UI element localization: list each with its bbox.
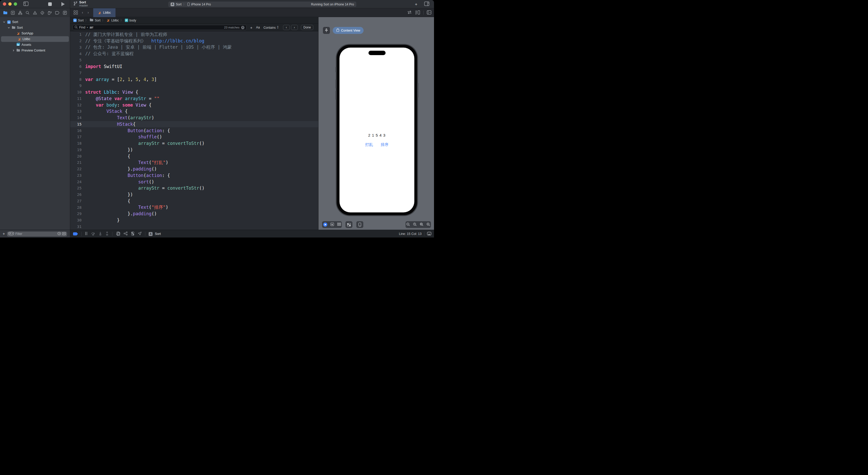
code-line-11[interactable]: 11 @State var arrayStr = "" [70,96,318,102]
code-line-15[interactable]: 15 HStack{ [70,121,318,128]
sidebar-item-sortapp[interactable]: SortApp [0,31,70,36]
code-line-5[interactable]: 5 [70,57,318,63]
code-line-30[interactable]: 30 } [70,217,318,224]
search-query[interactable]: arr [90,26,93,29]
recent-files-icon[interactable] [58,232,61,236]
breadcrumb-item-sort[interactable]: ASort [73,19,84,22]
code-line-18[interactable]: 18 arrayStr = convertToStr() [70,140,318,147]
sidebar-item-lblbc[interactable]: Lblbc [1,36,69,42]
toggle-left-sidebar-icon[interactable] [23,2,29,7]
simulate-location-icon[interactable] [138,232,142,236]
code-line-31[interactable]: 31 [70,224,318,230]
preview-target-pill[interactable]: Content View [333,27,364,34]
add-find-criteria-button[interactable]: + [250,25,252,30]
code-review-icon[interactable] [407,10,412,15]
code-line-9[interactable]: 9 [70,82,318,89]
disclosure-chevron-icon[interactable] [12,49,15,52]
zoom-100-icon[interactable] [413,223,417,227]
debug-navigator-icon[interactable] [48,11,52,15]
code-line-1[interactable]: 1// 厦门大学计算机专业 | 前华为工程师 [70,31,318,38]
step-over-icon[interactable] [91,232,95,236]
issues-navigator-icon[interactable] [33,11,37,14]
activity-status-bar[interactable]: A Sort 〉 iPhone 14 Pro Running Sort on i… [168,2,356,7]
find-field[interactable]: Find ▾ arr 23 matches ✕ [72,25,247,30]
breadcrumb-item-body[interactable]: Pbody [125,19,136,22]
code-line-23[interactable]: 23 Button(action: { [70,172,318,179]
source-control-navigator-icon[interactable] [11,11,15,15]
reports-navigator-icon[interactable] [63,11,67,15]
sidebar-divider[interactable] [70,0,70,238]
tests-navigator-icon[interactable] [40,11,44,15]
memory-graph-icon[interactable] [124,232,128,236]
code-line-27[interactable]: 27 { [70,198,318,204]
zoom-in-icon[interactable] [427,223,430,227]
code-line-26[interactable]: 26 }) [70,192,318,198]
toggle-right-sidebar-icon[interactable] [424,2,429,7]
close-window-button[interactable] [3,2,6,6]
zoom-window-button[interactable] [14,2,17,6]
code-line-19[interactable]: 19 }) [70,147,318,153]
editor-grid-icon[interactable] [73,10,78,15]
step-into-icon[interactable] [99,232,102,236]
code-line-21[interactable]: 21 Text("打乱") [70,159,318,166]
sidebar-item-sort[interactable]: ASort [0,19,70,25]
code-line-4[interactable]: 4// 公众号: 蓝不蓝编程 [70,50,318,57]
find-previous-button[interactable]: ‹ [283,25,290,30]
step-out-icon[interactable] [105,232,109,236]
sidebar-item-preview-content[interactable]: Preview Content [0,47,70,53]
clear-search-icon[interactable]: ✕ [241,26,244,29]
app-button-shuffle[interactable]: 打乱 [365,142,373,147]
sidebar-item-assets[interactable]: Assets [0,42,70,47]
disclosure-chevron-icon[interactable] [7,26,10,29]
code-line-2[interactable]: 2// 专注《零基础学编程系列》 http://lblbc.cn/blog [70,38,318,44]
symbols-navigator-icon[interactable] [18,11,22,15]
pause-execution-icon[interactable] [85,232,88,236]
selectable-mode-button[interactable] [331,223,334,227]
add-file-button[interactable]: + [3,232,5,236]
code-area[interactable]: 1// 厦门大学计算机专业 | 前华为工程师2// 专注《零基础学编程系列》 h… [70,31,318,230]
live-preview-button[interactable] [323,223,327,227]
canvas-divider[interactable] [318,17,318,230]
code-line-8[interactable]: 8var array = [2, 1, 5, 4, 3] [70,76,318,82]
find-done-button[interactable]: Done [301,25,314,30]
app-button-sort[interactable]: 排序 [381,142,389,147]
code-line-10[interactable]: 10struct Lblbc: View { [70,89,318,96]
breadcrumb-item-sort[interactable]: Sort [90,19,100,22]
run-button[interactable] [61,2,65,7]
pin-preview-button[interactable] [323,27,330,34]
breakpoints-navigator-icon[interactable] [55,11,60,14]
code-line-17[interactable]: 17 shuffle() [70,134,318,140]
breadcrumb-item-lblbc[interactable]: Lblbc [106,18,119,23]
stop-button[interactable] [48,2,52,7]
code-line-16[interactable]: 16 Button(action: { [70,127,318,134]
disclosure-chevron-icon[interactable] [3,21,6,23]
add-button[interactable]: + [415,2,417,7]
project-navigator-icon[interactable] [3,11,7,14]
code-line-13[interactable]: 13 VStack { [70,108,318,114]
code-line-22[interactable]: 22 }.padding() [70,166,318,172]
find-mode-label[interactable]: Find [79,26,85,29]
code-line-29[interactable]: 29 }.padding() [70,211,318,217]
code-line-3[interactable]: 3// 包含: Java | 安卓 | 前端 | Flutter | iOS |… [70,44,318,51]
filter-field[interactable]: Filter [7,232,67,236]
scm-status-filter-icon[interactable] [62,232,66,236]
jump-bar[interactable]: ASort〉Sort〉Lblbc〉Pbody [70,17,318,24]
match-style-dropdown[interactable]: Contains▲▼ [264,25,279,30]
add-editor-icon[interactable] [427,10,431,15]
zoom-out-icon[interactable] [406,223,410,227]
device-settings-button[interactable] [345,221,352,228]
editor-tab-lblbc[interactable]: Lblbc [93,8,116,17]
zoom-fit-icon[interactable] [420,223,423,227]
breakpoints-toggle-icon[interactable] [73,232,78,235]
chevron-down-icon[interactable]: ▾ [87,26,88,29]
match-case-button[interactable]: Aa [256,26,260,29]
find-navigator-icon[interactable] [26,11,30,15]
go-forward-icon[interactable]: › [88,10,89,14]
minimize-window-button[interactable] [8,2,12,6]
code-line-28[interactable]: 28 Text("排序") [70,204,318,211]
variants-mode-button[interactable] [337,223,341,227]
code-line-24[interactable]: 24 sort() [70,178,318,185]
code-line-12[interactable]: 12 var body: some View { [70,102,318,108]
code-line-25[interactable]: 25 arrayStr = convertToStr() [70,185,318,192]
sidebar-item-sort[interactable]: Sort [0,25,70,31]
